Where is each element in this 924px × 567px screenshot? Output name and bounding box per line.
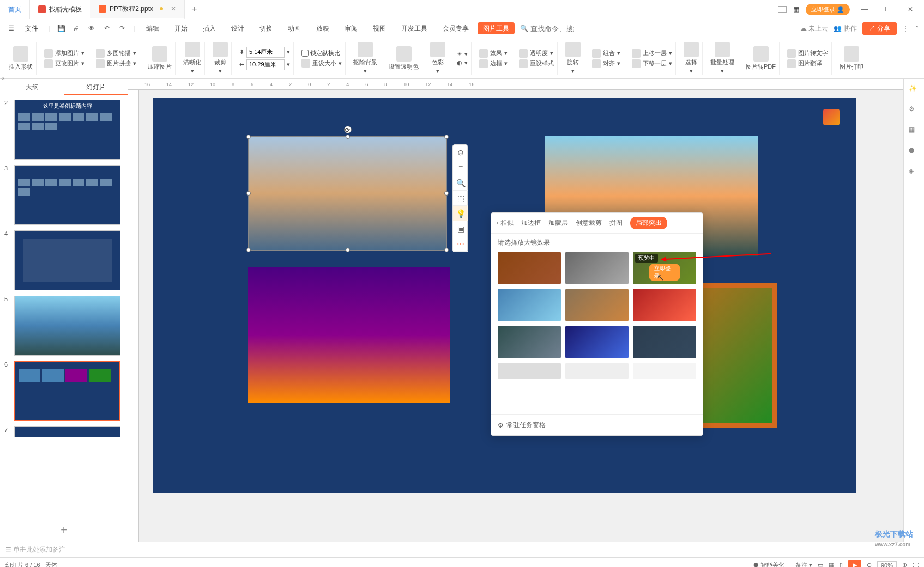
menu-slideshow[interactable]: 放映 [310,19,336,38]
menu-design[interactable]: 设计 [225,19,251,38]
rs-template-icon[interactable]: ▦ [909,126,920,137]
resize-handle-sw[interactable] [246,248,251,252]
select-button[interactable]: 选择 ▾ [684,42,699,75]
play-button[interactable]: ▶ [848,560,861,568]
rs-material-icon[interactable]: ⬢ [909,147,920,157]
effect-item-1[interactable] [498,252,561,284]
preview-icon[interactable]: 👁 [85,22,98,35]
rs-help-icon[interactable]: ◈ [909,167,920,178]
undo-icon[interactable]: ↶ [100,22,113,35]
layout-icon[interactable] [778,6,787,13]
float-layers-icon[interactable]: ≡ [453,160,468,175]
image-bottom-left[interactable] [248,267,450,403]
add-image-button[interactable]: 添加图片 ▾ [44,49,84,58]
to-text-button[interactable]: 图片转文字 [787,49,828,58]
float-zoom-icon[interactable]: 🔍 [453,175,468,191]
border-button[interactable]: 边框 ▾ [479,59,508,68]
crop-button[interactable]: 裁剪 ▾ [213,42,228,75]
float-more-icon[interactable]: ⋯ [453,236,468,252]
slide-thumb-7[interactable]: 7 [4,426,123,437]
contrast-button[interactable]: ◐ ▾ [457,59,468,66]
float-minus-icon[interactable]: ⊖ [453,145,468,160]
effect-item-8[interactable] [565,326,629,358]
effect-item-9[interactable] [633,326,696,358]
popup-footer[interactable]: ⚙常驻任务窗格 [491,414,703,435]
batch-button[interactable]: 批量处理 ▾ [710,42,734,75]
notes-bar[interactable]: ☰ 单击此处添加备注 [0,542,924,557]
menu-file[interactable]: 文件 [20,22,44,35]
resize-handle-n[interactable] [346,135,350,139]
effect-item-6[interactable] [633,289,696,321]
popup-tab-collage[interactable]: 拼图 [609,218,623,228]
smart-beautify-button[interactable]: ⬢ 智能美化 [753,561,784,567]
effect-item-12[interactable] [633,363,696,379]
fit-screen-button[interactable]: ⛶ [913,562,919,568]
popup-tab-highlight[interactable]: 局部突出 [630,217,667,229]
float-crop-icon[interactable]: ⬚ [453,191,468,206]
effect-login-button[interactable]: 立即登录 [649,264,680,281]
float-frame-icon[interactable]: ▣ [453,221,468,236]
down-layer-button[interactable]: 下移一层 ▾ [632,59,672,68]
effect-item-5[interactable] [565,289,629,321]
to-pdf-button[interactable]: 图片转PDF [746,46,776,71]
panel-tab-outline[interactable]: 大纲 [0,79,64,95]
up-layer-button[interactable]: 上移一层 ▾ [632,49,672,58]
view-reading-icon[interactable]: ▯ [840,562,843,567]
resize-handle-ne[interactable] [444,135,449,139]
tab-templates[interactable]: 找稻壳模板 [30,0,90,19]
login-button[interactable]: 立即登录 👤 [806,4,850,15]
multi-outline-button[interactable]: 多图轮播 ▾ [96,49,136,58]
effect-item-4[interactable] [498,289,561,321]
resize-handle-nw[interactable] [246,135,251,139]
reset-size-button[interactable]: 重设大小 ▾ [301,59,342,68]
effect-button[interactable]: 效果 ▾ [479,49,508,58]
print-icon[interactable]: 🖨 [70,22,83,35]
menu-transition[interactable]: 切换 [253,19,279,38]
menu-review[interactable]: 审阅 [338,19,364,38]
slide-thumb-4[interactable]: 4 [4,230,123,290]
popup-tab-mask[interactable]: 加蒙层 [548,218,568,228]
menu-view[interactable]: 视图 [366,19,392,38]
slide-thumb-6[interactable]: 6 [4,361,123,421]
compress-button[interactable]: 压缩图片 [148,46,172,71]
menu-devtools[interactable]: 开发工具 [395,19,434,38]
menu-animation[interactable]: 动画 [281,19,307,38]
clarity-button[interactable]: 清晰化 ▾ [183,42,201,75]
menu-edit[interactable]: 编辑 [140,19,166,38]
add-slide-button[interactable]: + [0,519,128,542]
rotate-handle[interactable]: ⟳ [344,126,352,133]
slide-thumb-2[interactable]: 2 这里是举例标题内容 [4,100,123,160]
resize-handle-w[interactable] [246,191,251,196]
height-input[interactable] [246,59,285,70]
rotate-button[interactable]: 旋转 ▾ [565,42,581,75]
search-input[interactable] [530,25,574,33]
slide-canvas[interactable]: ⟳ ⊖ ≡ 🔍 ⬚ 💡 ▣ ⋯ [153,98,856,493]
rs-design-icon[interactable]: ✨ [909,84,920,95]
rs-settings-icon[interactable]: ⚙ [909,105,920,116]
window-minimize[interactable]: — [856,5,873,13]
align-button[interactable]: 对齐 ▾ [592,59,620,68]
view-normal-icon[interactable]: ▭ [818,562,823,567]
selected-image[interactable]: ⟳ [248,136,447,251]
brightness-button[interactable]: ☀ ▾ [457,51,468,58]
menu-member[interactable]: 会员专享 [436,19,475,38]
menu-more[interactable]: ⋮ [902,25,909,32]
redo-icon[interactable]: ↷ [116,22,129,35]
zoom-out-button[interactable]: ⊖ [867,562,872,567]
menu-picture-tools[interactable]: 图片工具 [478,22,515,34]
apps-icon[interactable]: ▦ [793,5,799,13]
float-bulb-icon[interactable]: 💡 [453,206,468,221]
menu-collapse[interactable]: ⌃ [914,25,920,32]
tab-close[interactable]: ✕ [171,5,176,13]
insert-shape-button[interactable]: 插入形状 [9,46,33,71]
collaborate-button[interactable]: 👥 协作 [834,24,856,33]
menu-insert[interactable]: 插入 [196,19,222,38]
collapse-left-icon[interactable]: ‹‹ [1,75,5,81]
view-sorter-icon[interactable]: ▦ [829,562,834,567]
effect-item-11[interactable] [565,363,629,379]
zoom-level[interactable]: 90% [877,561,897,568]
effect-item-2[interactable] [565,252,629,284]
cloud-status[interactable]: ☁ 未上云 [800,24,828,33]
window-close[interactable]: ✕ [902,5,919,13]
transparent-color-button[interactable]: 设置透明色 [389,46,419,71]
